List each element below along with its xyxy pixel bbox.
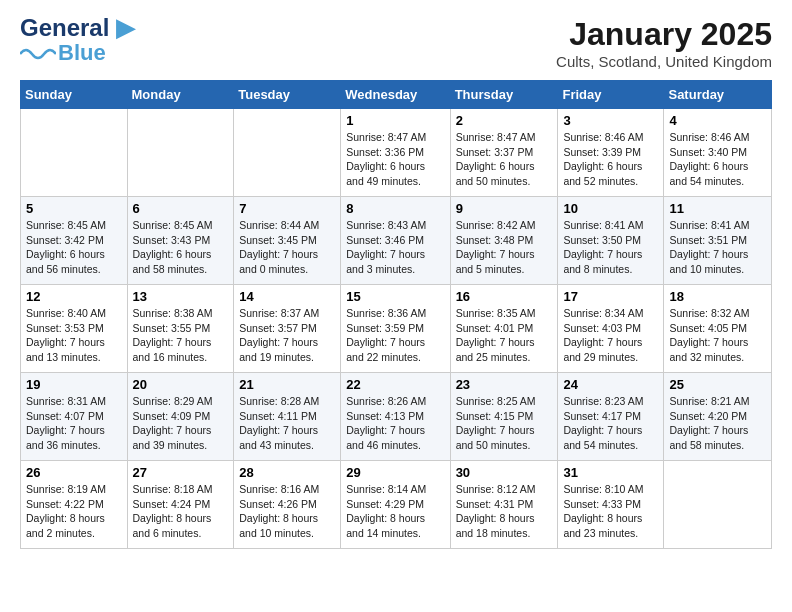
day-info: Sunrise: 8:47 AM Sunset: 3:37 PM Dayligh… <box>456 130 553 189</box>
day-number: 1 <box>346 113 444 128</box>
calendar-cell: 16Sunrise: 8:35 AM Sunset: 4:01 PM Dayli… <box>450 285 558 373</box>
logo-wave-icon <box>20 44 56 62</box>
day-number: 14 <box>239 289 335 304</box>
day-number: 28 <box>239 465 335 480</box>
calendar-cell: 11Sunrise: 8:41 AM Sunset: 3:51 PM Dayli… <box>664 197 772 285</box>
calendar-cell <box>664 461 772 549</box>
day-info: Sunrise: 8:29 AM Sunset: 4:09 PM Dayligh… <box>133 394 229 453</box>
calendar-cell: 13Sunrise: 8:38 AM Sunset: 3:55 PM Dayli… <box>127 285 234 373</box>
day-info: Sunrise: 8:43 AM Sunset: 3:46 PM Dayligh… <box>346 218 444 277</box>
day-number: 29 <box>346 465 444 480</box>
day-number: 12 <box>26 289 122 304</box>
day-info: Sunrise: 8:41 AM Sunset: 3:50 PM Dayligh… <box>563 218 658 277</box>
day-number: 21 <box>239 377 335 392</box>
day-info: Sunrise: 8:45 AM Sunset: 3:43 PM Dayligh… <box>133 218 229 277</box>
day-number: 8 <box>346 201 444 216</box>
calendar-cell: 14Sunrise: 8:37 AM Sunset: 3:57 PM Dayli… <box>234 285 341 373</box>
title-block: January 2025 Cults, Scotland, United Kin… <box>556 16 772 70</box>
calendar-cell <box>21 109 128 197</box>
calendar-cell: 8Sunrise: 8:43 AM Sunset: 3:46 PM Daylig… <box>341 197 450 285</box>
day-number: 18 <box>669 289 766 304</box>
calendar-cell: 25Sunrise: 8:21 AM Sunset: 4:20 PM Dayli… <box>664 373 772 461</box>
day-number: 13 <box>133 289 229 304</box>
logo-blue-text: Blue <box>58 40 106 66</box>
day-number: 7 <box>239 201 335 216</box>
calendar-cell: 24Sunrise: 8:23 AM Sunset: 4:17 PM Dayli… <box>558 373 664 461</box>
col-tuesday: Tuesday <box>234 81 341 109</box>
calendar-table: Sunday Monday Tuesday Wednesday Thursday… <box>20 80 772 549</box>
day-info: Sunrise: 8:32 AM Sunset: 4:05 PM Dayligh… <box>669 306 766 365</box>
day-info: Sunrise: 8:21 AM Sunset: 4:20 PM Dayligh… <box>669 394 766 453</box>
calendar-cell: 9Sunrise: 8:42 AM Sunset: 3:48 PM Daylig… <box>450 197 558 285</box>
day-number: 23 <box>456 377 553 392</box>
day-info: Sunrise: 8:36 AM Sunset: 3:59 PM Dayligh… <box>346 306 444 365</box>
calendar-title: January 2025 <box>556 16 772 53</box>
day-number: 6 <box>133 201 229 216</box>
day-info: Sunrise: 8:44 AM Sunset: 3:45 PM Dayligh… <box>239 218 335 277</box>
header: General ▶ Blue January 2025 Cults, Scotl… <box>20 16 772 70</box>
calendar-cell: 31Sunrise: 8:10 AM Sunset: 4:33 PM Dayli… <box>558 461 664 549</box>
logo: General ▶ Blue <box>20 16 134 66</box>
day-info: Sunrise: 8:16 AM Sunset: 4:26 PM Dayligh… <box>239 482 335 541</box>
calendar-cell: 3Sunrise: 8:46 AM Sunset: 3:39 PM Daylig… <box>558 109 664 197</box>
day-info: Sunrise: 8:42 AM Sunset: 3:48 PM Dayligh… <box>456 218 553 277</box>
col-friday: Friday <box>558 81 664 109</box>
day-info: Sunrise: 8:10 AM Sunset: 4:33 PM Dayligh… <box>563 482 658 541</box>
col-thursday: Thursday <box>450 81 558 109</box>
calendar-cell <box>234 109 341 197</box>
day-number: 19 <box>26 377 122 392</box>
day-info: Sunrise: 8:37 AM Sunset: 3:57 PM Dayligh… <box>239 306 335 365</box>
day-number: 3 <box>563 113 658 128</box>
day-number: 4 <box>669 113 766 128</box>
weekday-header-row: Sunday Monday Tuesday Wednesday Thursday… <box>21 81 772 109</box>
day-info: Sunrise: 8:40 AM Sunset: 3:53 PM Dayligh… <box>26 306 122 365</box>
day-number: 22 <box>346 377 444 392</box>
calendar-cell: 7Sunrise: 8:44 AM Sunset: 3:45 PM Daylig… <box>234 197 341 285</box>
day-number: 27 <box>133 465 229 480</box>
day-info: Sunrise: 8:31 AM Sunset: 4:07 PM Dayligh… <box>26 394 122 453</box>
calendar-cell: 6Sunrise: 8:45 AM Sunset: 3:43 PM Daylig… <box>127 197 234 285</box>
calendar-subtitle: Cults, Scotland, United Kingdom <box>556 53 772 70</box>
logo-text: General ▶ <box>20 16 134 40</box>
calendar-cell: 21Sunrise: 8:28 AM Sunset: 4:11 PM Dayli… <box>234 373 341 461</box>
col-monday: Monday <box>127 81 234 109</box>
calendar-cell: 17Sunrise: 8:34 AM Sunset: 4:03 PM Dayli… <box>558 285 664 373</box>
calendar-cell: 23Sunrise: 8:25 AM Sunset: 4:15 PM Dayli… <box>450 373 558 461</box>
calendar-cell: 10Sunrise: 8:41 AM Sunset: 3:50 PM Dayli… <box>558 197 664 285</box>
calendar-cell: 12Sunrise: 8:40 AM Sunset: 3:53 PM Dayli… <box>21 285 128 373</box>
calendar-cell: 15Sunrise: 8:36 AM Sunset: 3:59 PM Dayli… <box>341 285 450 373</box>
day-number: 11 <box>669 201 766 216</box>
day-info: Sunrise: 8:25 AM Sunset: 4:15 PM Dayligh… <box>456 394 553 453</box>
calendar-cell: 27Sunrise: 8:18 AM Sunset: 4:24 PM Dayli… <box>127 461 234 549</box>
week-row-3: 12Sunrise: 8:40 AM Sunset: 3:53 PM Dayli… <box>21 285 772 373</box>
day-info: Sunrise: 8:46 AM Sunset: 3:40 PM Dayligh… <box>669 130 766 189</box>
day-number: 25 <box>669 377 766 392</box>
calendar-cell: 22Sunrise: 8:26 AM Sunset: 4:13 PM Dayli… <box>341 373 450 461</box>
day-info: Sunrise: 8:47 AM Sunset: 3:36 PM Dayligh… <box>346 130 444 189</box>
day-number: 2 <box>456 113 553 128</box>
day-number: 24 <box>563 377 658 392</box>
day-number: 9 <box>456 201 553 216</box>
calendar-cell: 1Sunrise: 8:47 AM Sunset: 3:36 PM Daylig… <box>341 109 450 197</box>
day-number: 5 <box>26 201 122 216</box>
col-sunday: Sunday <box>21 81 128 109</box>
calendar-cell: 26Sunrise: 8:19 AM Sunset: 4:22 PM Dayli… <box>21 461 128 549</box>
day-info: Sunrise: 8:19 AM Sunset: 4:22 PM Dayligh… <box>26 482 122 541</box>
day-number: 26 <box>26 465 122 480</box>
day-info: Sunrise: 8:41 AM Sunset: 3:51 PM Dayligh… <box>669 218 766 277</box>
day-info: Sunrise: 8:23 AM Sunset: 4:17 PM Dayligh… <box>563 394 658 453</box>
day-info: Sunrise: 8:28 AM Sunset: 4:11 PM Dayligh… <box>239 394 335 453</box>
day-info: Sunrise: 8:14 AM Sunset: 4:29 PM Dayligh… <box>346 482 444 541</box>
week-row-4: 19Sunrise: 8:31 AM Sunset: 4:07 PM Dayli… <box>21 373 772 461</box>
day-info: Sunrise: 8:18 AM Sunset: 4:24 PM Dayligh… <box>133 482 229 541</box>
day-number: 10 <box>563 201 658 216</box>
day-number: 17 <box>563 289 658 304</box>
calendar-cell: 18Sunrise: 8:32 AM Sunset: 4:05 PM Dayli… <box>664 285 772 373</box>
day-number: 31 <box>563 465 658 480</box>
calendar-cell: 4Sunrise: 8:46 AM Sunset: 3:40 PM Daylig… <box>664 109 772 197</box>
day-info: Sunrise: 8:45 AM Sunset: 3:42 PM Dayligh… <box>26 218 122 277</box>
week-row-5: 26Sunrise: 8:19 AM Sunset: 4:22 PM Dayli… <box>21 461 772 549</box>
day-info: Sunrise: 8:35 AM Sunset: 4:01 PM Dayligh… <box>456 306 553 365</box>
day-info: Sunrise: 8:26 AM Sunset: 4:13 PM Dayligh… <box>346 394 444 453</box>
calendar-cell: 2Sunrise: 8:47 AM Sunset: 3:37 PM Daylig… <box>450 109 558 197</box>
